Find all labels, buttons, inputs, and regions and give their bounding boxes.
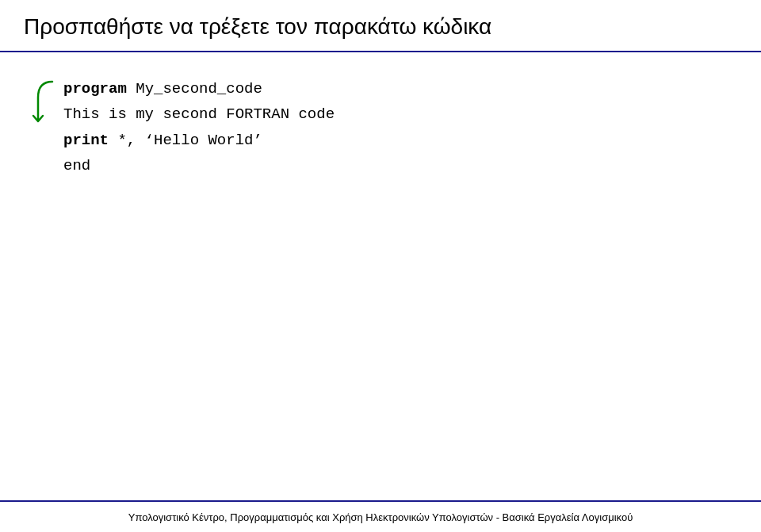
arrow-icon <box>30 78 60 133</box>
code-line-1: program My_second_code <box>63 76 737 101</box>
page-title: Προσπαθήστε να τρέξετε τον παρακάτω κώδι… <box>24 14 737 40</box>
page-header: Προσπαθήστε να τρέξετε τον παρακάτω κώδι… <box>0 0 761 52</box>
footer-text: Υπολογιστικό Κέντρο, Προγραμματισμός και… <box>128 511 633 523</box>
keyword-print: print <box>63 132 109 149</box>
code-line-4: end <box>63 153 737 178</box>
code-block: program My_second_code This is my second… <box>24 76 737 178</box>
page-footer: Υπολογιστικό Κέντρο, Προγραμματισμός και… <box>0 500 761 532</box>
main-content: program My_second_code This is my second… <box>0 52 761 500</box>
keyword-program: program <box>63 80 127 98</box>
code-line-1-rest: My_second_code <box>127 80 262 98</box>
code-line-3-rest: *, ‘Hello World’ <box>109 132 262 149</box>
code-line-2: This is my second FORTRAN code <box>63 101 737 127</box>
code-line-3: print *, ‘Hello World’ <box>63 128 737 153</box>
